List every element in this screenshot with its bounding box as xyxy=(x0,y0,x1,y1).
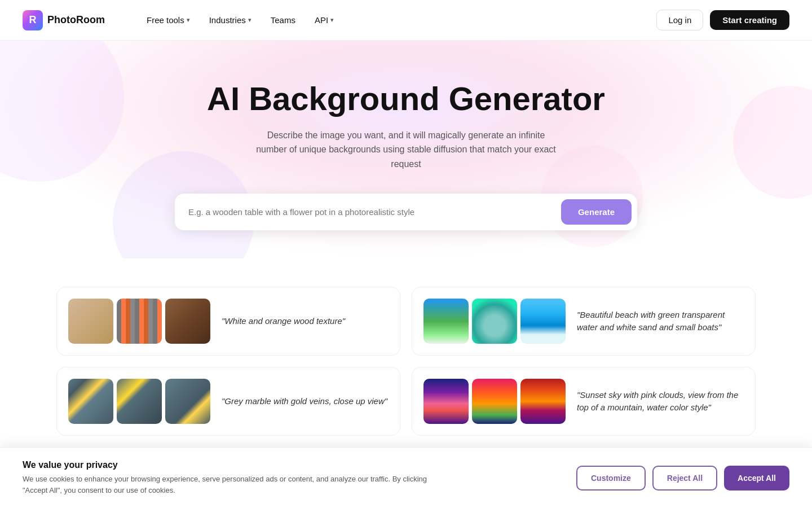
prompt-input[interactable] xyxy=(188,207,561,217)
gallery-img[interactable] xyxy=(472,379,517,424)
brand-name: PhotoRoom xyxy=(47,14,105,26)
gallery-img[interactable] xyxy=(68,379,113,424)
nav-industries[interactable]: Industries ▾ xyxy=(201,11,259,29)
chevron-down-icon: ▾ xyxy=(187,16,190,24)
start-creating-button[interactable]: Start creating xyxy=(710,10,789,30)
nav-actions: Log in Start creating xyxy=(656,10,789,30)
gallery-img[interactable] xyxy=(68,299,113,344)
hero-content: AI Background Generator Describe the ima… xyxy=(23,80,789,230)
gallery-card-sunset: "Sunset sky with pink clouds, view from … xyxy=(412,367,756,436)
gallery-label-marble: "Grey marble with gold veins, close up v… xyxy=(222,395,387,408)
nav-api[interactable]: API ▾ xyxy=(307,11,342,29)
logo-icon: R xyxy=(23,10,43,30)
gallery-img[interactable] xyxy=(472,299,517,344)
gallery-img[interactable] xyxy=(117,379,162,424)
gallery-img[interactable] xyxy=(423,379,469,424)
gallery-card-wood: "White and orange wood texture" xyxy=(56,287,400,356)
gallery-grid: "White and orange wood texture" "Beautif… xyxy=(0,259,812,436)
hero-subtitle: Describe the image you want, and it will… xyxy=(254,128,558,172)
gallery-card-beach: "Beautiful beach with green transparent … xyxy=(412,287,756,356)
nav-free-tools[interactable]: Free tools ▾ xyxy=(139,11,198,29)
logo-link[interactable]: R PhotoRoom xyxy=(23,10,105,30)
gallery-images-marble xyxy=(68,379,210,424)
nav-teams[interactable]: Teams xyxy=(263,11,303,29)
gallery-img[interactable] xyxy=(117,299,162,344)
generate-button[interactable]: Generate xyxy=(561,199,632,225)
chevron-down-icon: ▾ xyxy=(248,16,251,24)
gallery-img[interactable] xyxy=(520,299,566,344)
gallery-img[interactable] xyxy=(423,299,469,344)
gallery-label-beach: "Beautiful beach with green transparent … xyxy=(577,309,744,334)
nav-links: Free tools ▾ Industries ▾ Teams API ▾ xyxy=(139,11,342,29)
login-button[interactable]: Log in xyxy=(656,10,703,30)
gallery-images-beach xyxy=(423,299,566,344)
gallery-label-wood: "White and orange wood texture" xyxy=(222,315,345,328)
hero-title: AI Background Generator xyxy=(23,80,789,118)
gallery-images-wood xyxy=(68,299,210,344)
gallery-img[interactable] xyxy=(520,379,566,424)
hero-section: AI Background Generator Describe the ima… xyxy=(0,41,812,259)
gallery-card-marble: "Grey marble with gold veins, close up v… xyxy=(56,367,400,436)
chevron-down-icon: ▾ xyxy=(330,16,334,24)
navbar: R PhotoRoom Free tools ▾ Industries ▾ Te… xyxy=(0,0,812,41)
gallery-images-sunset xyxy=(423,379,566,424)
search-container: Generate xyxy=(175,194,637,230)
gallery-img[interactable] xyxy=(165,379,210,424)
gallery-label-sunset: "Sunset sky with pink clouds, view from … xyxy=(577,389,744,414)
gallery-img[interactable] xyxy=(165,299,210,344)
